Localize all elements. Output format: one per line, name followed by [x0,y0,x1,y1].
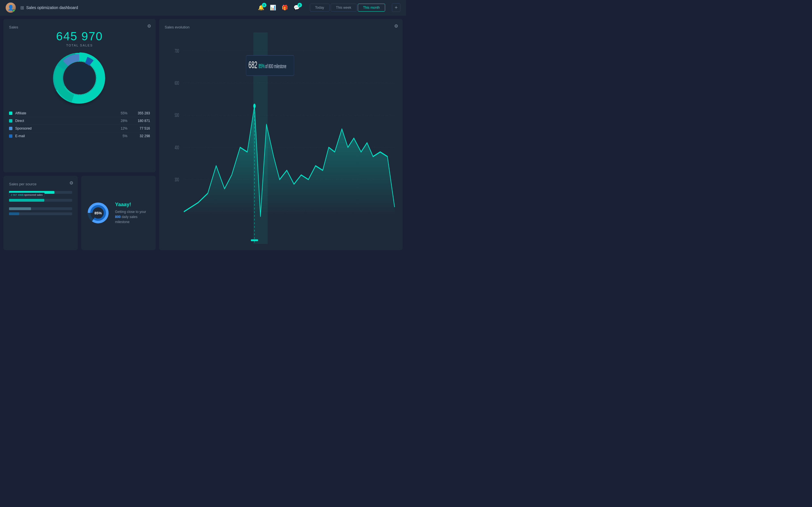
bar-tooltip: 2 567 496$ sponsored sales [9,193,45,197]
bar-row-2 [9,207,72,210]
inner-circle [65,63,94,93]
area-fill [184,106,395,216]
main-content: Sales ⚙ 645 970 TOTAL SALES [0,15,406,253]
bar-fill-3 [9,212,19,215]
donut-chart [9,50,150,106]
legend-name-affiliate: Affiliate [15,111,118,115]
sales-total: 645 970 TOTAL SALES [9,30,150,47]
milestone-title: Yaaay! [115,202,150,208]
this-week-button[interactable]: This week [331,4,357,11]
this-month-button[interactable]: This month [358,4,385,11]
evolution-title: Sales evolution [165,25,190,29]
dashboard-grid-icon: ⊞ [20,5,24,10]
bell-badge: 3 [262,3,266,7]
legend-dot-sponsored [9,127,12,130]
milestone-card: 85% Yaaay! Getting close to your 800 dai… [81,176,156,250]
milestone-highlight: 800 [115,215,121,219]
legend: Affiliate 55% 355 283 Direct 28% 180 871… [9,110,150,140]
nav-icons: 🔔 3 📊 🎁 💬 8 [258,4,300,11]
legend-name-email: E-mail [15,134,118,138]
legend-pct-direct: 28% [118,119,128,123]
legend-row-sponsored: Sponsored 12% 77 516 [9,125,150,132]
source-title: Sales per source [9,182,37,186]
chart-nav-icon[interactable]: 📊 [270,4,276,11]
milestone-donut: 85% [87,202,109,224]
legend-pct-sponsored: 12% [118,126,128,130]
title-section: ⊞ Sales optimization dashboard [20,5,253,10]
source-settings-icon[interactable]: ⚙ [69,180,73,186]
chart-tooltip: 682 85% of 800 milestone [246,55,294,76]
bar-track-3 [9,212,72,215]
evolution-settings-icon[interactable]: ⚙ [394,23,398,29]
page-title: Sales optimization dashboard [26,5,78,10]
legend-val-email: 32 298 [133,134,150,138]
legend-name-sponsored: Sponsored [15,126,118,130]
svg-text:500: 500 [174,112,179,118]
legend-val-affiliate: 355 283 [133,111,150,115]
legend-dot-email [9,134,12,138]
evolution-card: Sales evolution ⚙ 700 600 [159,19,403,250]
bar-chart: 2 567 496$ sponsored sales [9,191,72,215]
milestone-desc-line1: Getting close to your [115,210,146,214]
time-filters: Today This week This month [310,4,385,11]
legend-pct-affiliate: 55% [118,111,128,115]
source-card: Sales per source ⚙ 2 567 496$ sponsored … [3,176,78,250]
bar-row-3 [9,212,72,215]
legend-row-email: E-mail 5% 32 298 [9,132,150,140]
bar-fill-2 [9,207,31,210]
legend-val-direct: 180 871 [133,119,150,123]
sales-number: 645 970 [9,30,150,43]
bell-nav-icon[interactable]: 🔔 3 [258,4,264,11]
sales-card-title: Sales [9,25,18,29]
legend-row-affiliate: Affiliate 55% 355 283 [9,110,150,117]
svg-text:400: 400 [174,145,179,150]
avatar[interactable]: 👤 [6,3,16,13]
milestone-desc: Getting close to your 800 daily sales mi… [115,209,150,224]
chat-nav-icon[interactable]: 💬 8 [294,4,300,11]
gift-icon: 🎁 [282,5,288,10]
milestone-pct: 85% [94,211,102,215]
bottom-row: Sales per source ⚙ 2 567 496$ sponsored … [3,176,156,250]
add-button[interactable]: + [392,3,400,12]
header: 👤 ⊞ Sales optimization dashboard 🔔 3 📊 🎁… [0,0,406,15]
bar-chart-icon: 📊 [270,5,276,10]
donut-svg [51,50,108,106]
legend-dot-direct [9,119,12,122]
legend-dot-affiliate [9,112,12,115]
gift-nav-icon[interactable]: 🎁 [282,4,288,11]
legend-name-direct: Direct [15,119,118,123]
evolution-chart-svg: 700 600 500 400 300 682 85% of 800 miles… [165,33,397,244]
sales-card: Sales ⚙ 645 970 TOTAL SALES [3,19,156,172]
bar-track-1: 2 567 496$ sponsored sales [9,199,72,202]
legend-pct-email: 5% [118,134,128,138]
legend-val-sponsored: 77 516 [133,126,150,130]
sales-settings-icon[interactable]: ⚙ [147,23,151,29]
peak-dot [253,104,255,108]
bar-fill-1 [9,199,44,202]
sales-total-label: TOTAL SALES [9,44,150,47]
bottom-indicator [251,239,258,241]
svg-text:300: 300 [174,177,179,182]
tooltip-pct: 85% [259,63,265,70]
today-button[interactable]: Today [310,4,329,11]
svg-text:600: 600 [174,80,179,86]
chat-badge: 8 [297,3,302,7]
bar-row-1: 2 567 496$ sponsored sales [9,199,72,202]
tooltip-value: 682 [248,59,257,70]
svg-text:700: 700 [174,48,179,54]
legend-row-direct: Direct 28% 180 871 [9,117,150,125]
tooltip-milestone-text: of 800 milestone [265,63,287,69]
y-labels: 700 600 500 400 300 [174,48,179,182]
milestone-text: Yaaay! Getting close to your 800 daily s… [115,202,150,224]
bar-track-2 [9,207,72,210]
